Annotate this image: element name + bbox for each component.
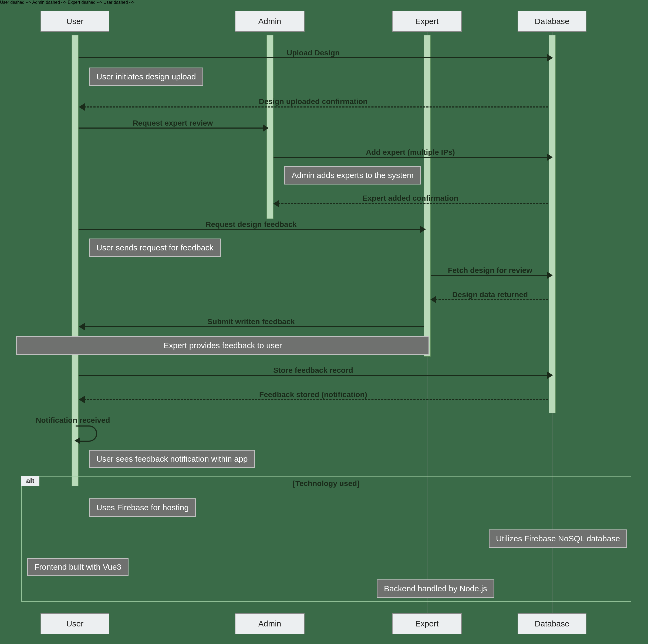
actor-user-bottom: User — [41, 613, 109, 634]
actor-label: User — [66, 17, 84, 26]
message-arrow — [273, 157, 547, 158]
message-arrow — [78, 57, 547, 58]
note-text: Utilizes Firebase NoSQL database — [496, 534, 620, 543]
alt-title: [Technology used] — [293, 479, 360, 488]
actor-admin-top: Admin — [235, 11, 305, 32]
note-text: User sees feedback notification within a… — [96, 454, 248, 463]
note-text: Backend handled by Node.js — [384, 584, 487, 593]
message-arrow-dashed — [84, 399, 548, 400]
actor-expert-top: Expert — [392, 11, 462, 32]
message-arrow — [84, 326, 424, 327]
message-label: Notification received — [36, 416, 110, 425]
note-box: Utilizes Firebase NoSQL database — [489, 530, 627, 548]
alt-label-text: alt — [26, 477, 34, 485]
message-label: Store feedback record — [273, 366, 353, 375]
message-label: Fetch design for review — [448, 266, 532, 275]
note-box: Uses Firebase for hosting — [89, 498, 196, 517]
arrow-head-icon — [79, 396, 85, 403]
actor-label: Database — [535, 17, 569, 26]
actor-label: Admin — [258, 619, 281, 628]
note-box: Backend handled by Node.js — [377, 580, 494, 598]
message-label: Add expert (multiple IPs) — [366, 148, 455, 157]
note-text: Admin adds experts to the system — [291, 171, 414, 180]
actor-database-bottom: Database — [518, 613, 586, 634]
activation-database — [549, 35, 556, 413]
arrow-head-icon — [430, 296, 436, 303]
note-text: Frontend built with Vue3 — [34, 562, 121, 571]
actor-label: Database — [535, 619, 569, 628]
arrow-head-icon — [263, 124, 269, 132]
actor-admin-bottom: Admin — [235, 613, 305, 634]
alt-label: alt — [21, 476, 40, 486]
message-label: Design data returned — [452, 290, 528, 299]
message-label: Request expert review — [132, 119, 213, 128]
note-text: Uses Firebase for hosting — [96, 503, 189, 512]
message-arrow — [78, 128, 263, 129]
message-arrow-dashed — [435, 299, 548, 300]
message-arrow — [431, 275, 547, 276]
actor-label: Expert — [415, 619, 439, 628]
actor-user-top: User — [41, 11, 109, 32]
arrow-head-icon — [79, 323, 85, 330]
note-text: User initiates design upload — [96, 72, 196, 81]
message-arrow — [78, 375, 547, 376]
note-box: User sees feedback notification within a… — [89, 450, 255, 468]
message-arrow-dashed — [278, 203, 548, 204]
actor-label: Admin — [258, 17, 281, 26]
actor-expert-bottom: Expert — [392, 613, 462, 634]
note-box: User sends request for feedback — [89, 239, 221, 257]
message-label: Request design feedback — [206, 220, 297, 229]
actor-database-top: Database — [518, 11, 586, 32]
message-arrow-dashed — [84, 106, 548, 107]
note-text: User sends request for feedback — [96, 243, 214, 252]
message-label: Expert added confirmation — [363, 194, 458, 203]
arrow-head-icon — [547, 371, 553, 379]
note-text: Expert provides feedback to user — [164, 341, 282, 350]
arrow-head-icon — [547, 153, 553, 161]
message-arrow — [78, 229, 420, 230]
arrow-head-icon — [273, 200, 279, 207]
actor-label: Expert — [415, 17, 439, 26]
self-message-loop — [75, 426, 97, 442]
message-label: Feedback stored (notification) — [259, 390, 367, 399]
arrow-head-icon — [547, 271, 553, 279]
message-label: Design uploaded confirmation — [259, 97, 368, 106]
note-box: Admin adds experts to the system — [284, 166, 421, 185]
arrow-head-icon — [547, 54, 553, 62]
note-box: Expert provides feedback to user — [16, 336, 429, 355]
note-box: User initiates design upload — [89, 67, 203, 86]
arrow-head-icon — [420, 226, 426, 233]
actor-label: User — [66, 619, 84, 628]
message-label: Submit written feedback — [207, 317, 295, 326]
arrow-head-icon — [79, 103, 85, 111]
message-label: Upload Design — [287, 49, 340, 57]
note-box: Frontend built with Vue3 — [27, 558, 128, 576]
